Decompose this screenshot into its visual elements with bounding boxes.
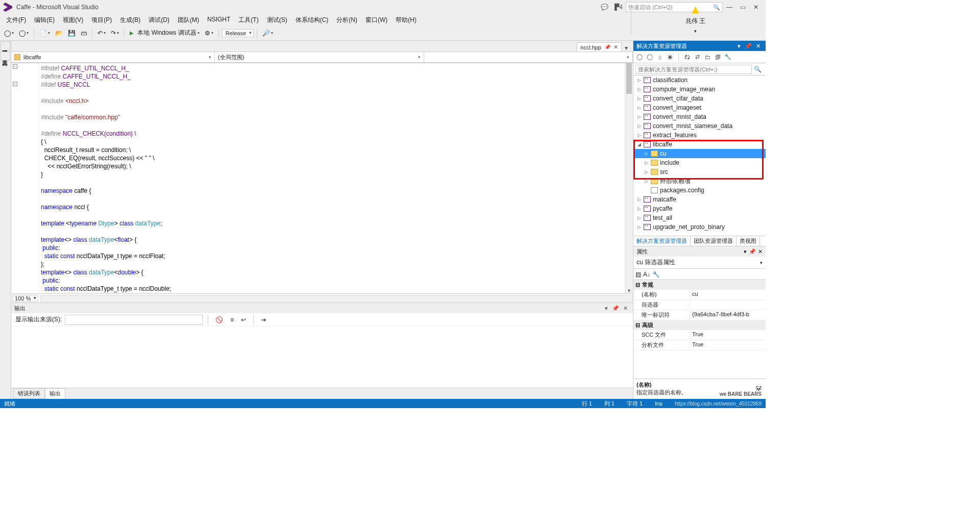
props-pages-icon[interactable]: 🔧 — [652, 271, 660, 278]
se-close-icon[interactable]: ✕ — [754, 43, 763, 49]
se-back-icon[interactable]: ◯ — [635, 53, 644, 61]
se-collapse-icon[interactable]: ⇄ — [693, 53, 701, 61]
pin-icon[interactable]: 📌 — [604, 44, 610, 50]
se-dropdown-icon[interactable]: ▾ — [736, 43, 743, 49]
member-scope-combo[interactable] — [424, 52, 633, 63]
se-preview-icon[interactable]: 🔧 — [724, 53, 732, 61]
outlining-margin[interactable]: −− — [11, 63, 18, 293]
menu-item[interactable]: 体系结构(C) — [291, 15, 333, 26]
menu-item[interactable]: 测试(S) — [263, 15, 291, 26]
props-categorized-icon[interactable]: ▤ — [635, 271, 641, 278]
type-scope-combo[interactable]: (全局范围) — [214, 52, 424, 63]
tree-node[interactable]: ▷convert_mnist_siamese_data — [633, 121, 766, 131]
menu-item[interactable]: NSIGHT — [203, 15, 234, 26]
output-toggle-button[interactable]: ≡ — [228, 315, 236, 324]
horizontal-scrollbar[interactable] — [40, 295, 633, 302]
props-pin-icon[interactable]: 📌 — [747, 248, 758, 255]
document-tab[interactable]: nccl.hpp 📌 ✕ — [577, 42, 622, 52]
configuration-combo[interactable]: Release — [222, 29, 254, 37]
tree-node[interactable]: ▷matcaffe — [633, 195, 766, 204]
tree-node[interactable]: ▷pycaffe — [633, 204, 766, 213]
tab-overflow-icon[interactable]: ▾ — [622, 44, 631, 52]
se-tab-solution[interactable]: 解决方案资源管理器 — [633, 236, 691, 246]
output-tab[interactable]: 输出 — [45, 388, 65, 399]
panel-dropdown-icon[interactable]: ▾ — [603, 305, 610, 312]
tree-node[interactable]: ▷外部依赖项 — [633, 176, 766, 186]
code-editor[interactable]: −− #ifndef CAFFE_UTIL_NCCL_H_#define CAF… — [11, 63, 633, 293]
menu-item[interactable]: 生成(B) — [116, 15, 144, 26]
props-object-dropdown-icon[interactable]: ▾ — [760, 260, 763, 265]
output-text[interactable] — [11, 326, 633, 388]
panel-pin-icon[interactable]: 📌 — [610, 305, 621, 312]
se-tab-team[interactable]: 团队资源管理器 — [691, 236, 737, 246]
tree-node[interactable]: ▷convert_mnist_data — [633, 112, 766, 121]
tree-node[interactable]: ▷classification — [633, 75, 766, 85]
tree-node[interactable]: ▷include — [633, 158, 766, 167]
menu-item[interactable]: 分析(N) — [332, 15, 361, 26]
nav-fwd-button[interactable]: ◯▾ — [17, 29, 31, 38]
tree-node[interactable]: ▷convert_cifar_data — [633, 94, 766, 103]
close-tab-icon[interactable]: ✕ — [614, 44, 618, 51]
menu-item[interactable]: 文件(F) — [2, 15, 30, 26]
zoom-combo[interactable]: 100 % — [12, 295, 38, 302]
user-name[interactable]: 兆伟 王 — [685, 17, 705, 26]
save-button[interactable]: 💾 — [66, 29, 78, 38]
save-all-button[interactable]: 🗃 — [79, 29, 89, 38]
solution-explorer-tree[interactable]: ▷classification▷compute_image_mean▷conve… — [633, 75, 766, 236]
se-sync-icon[interactable]: ◉ — [666, 53, 674, 61]
menu-item[interactable]: 工具(T) — [234, 15, 262, 26]
output-clear-button[interactable]: 🚫 — [213, 315, 225, 324]
tree-node[interactable]: ▷compute_image_mean — [633, 85, 766, 94]
tree-node[interactable]: ▷test_all — [633, 213, 766, 222]
notifications-flag-icon[interactable]: ▛4 — [611, 4, 626, 11]
tree-node[interactable]: ▷cu — [633, 149, 766, 158]
project-scope-combo[interactable]: libcaffe — [11, 52, 215, 63]
tree-node[interactable]: ▷convert_imageset — [633, 103, 766, 112]
menu-item[interactable]: 团队(M) — [174, 15, 203, 26]
toolbox-tab[interactable]: 工具箱 — [1, 52, 10, 61]
new-project-button[interactable]: 📄▾ — [37, 29, 52, 38]
server-explorer-tab[interactable]: 服务器资源管理器 — [1, 41, 10, 51]
tree-node[interactable]: ◢libcaffe — [633, 140, 766, 149]
menu-item[interactable]: 调试(D) — [144, 15, 174, 26]
props-alpha-icon[interactable]: A↓ — [643, 271, 650, 278]
user-dropdown-icon[interactable]: ▾ — [694, 29, 697, 34]
property-row[interactable]: (名称)cu — [633, 290, 766, 300]
property-row[interactable]: SCC 文件True — [633, 330, 766, 340]
se-home-icon[interactable]: ⌂ — [656, 53, 664, 61]
se-fwd-icon[interactable]: ◯ — [646, 53, 654, 61]
panel-close-icon[interactable]: ✕ — [621, 305, 630, 312]
output-source-combo[interactable] — [65, 315, 203, 325]
tree-node[interactable]: ▷extract_features — [633, 131, 766, 140]
tree-node[interactable]: ▷src — [633, 167, 766, 176]
properties-grid[interactable]: ⊟ 常规(名称)cu筛选器唯一标识符{9a64cba7-8bef-4df3-b⊟… — [633, 280, 766, 378]
scroll-thumb[interactable] — [626, 63, 632, 94]
se-pin-icon[interactable]: 📌 — [743, 43, 754, 49]
property-row[interactable]: 分析文件True — [633, 340, 766, 350]
menu-item[interactable]: 编辑(E) — [30, 15, 59, 26]
redo-button[interactable]: ↷▾ — [109, 29, 121, 38]
nav-back-button[interactable]: ◯▾ — [2, 29, 16, 38]
scroll-down-icon[interactable]: ▼ — [625, 288, 633, 293]
se-showall-icon[interactable]: 🗀 — [703, 53, 712, 61]
debug-options-button[interactable]: ⚙▾ — [203, 29, 215, 38]
undo-button[interactable]: ↶▾ — [95, 29, 108, 38]
menu-item[interactable]: 窗口(W) — [361, 15, 391, 26]
vertical-scrollbar[interactable]: ▲ ▼ — [625, 63, 633, 293]
menu-item[interactable]: 帮助(H) — [391, 15, 421, 26]
se-properties-icon[interactable]: 🗐 — [714, 53, 722, 61]
menu-item[interactable]: 视图(V) — [59, 15, 87, 26]
menu-item[interactable]: 项目(P) — [87, 15, 116, 26]
se-search-input[interactable] — [635, 65, 752, 74]
open-file-button[interactable]: 📂 — [53, 29, 65, 38]
property-row[interactable]: 筛选器 — [633, 300, 766, 310]
search-icon[interactable]: 🔍 — [752, 66, 764, 73]
tree-node[interactable]: ▷upgrade_net_proto_binary — [633, 222, 766, 232]
props-close-icon[interactable]: ✕ — [758, 248, 763, 255]
property-row[interactable]: 唯一标识符{9a64cba7-8bef-4df3-b — [633, 310, 766, 320]
start-debug-button[interactable]: ▶ 本地 Windows 调试器▾ — [128, 28, 202, 38]
output-wrap-button[interactable]: ↩ — [239, 315, 248, 324]
error-list-tab[interactable]: 错误列表 — [13, 388, 45, 399]
tree-node[interactable]: packages.config — [633, 186, 766, 195]
find-in-files-button[interactable]: 🔎▾ — [260, 29, 275, 38]
